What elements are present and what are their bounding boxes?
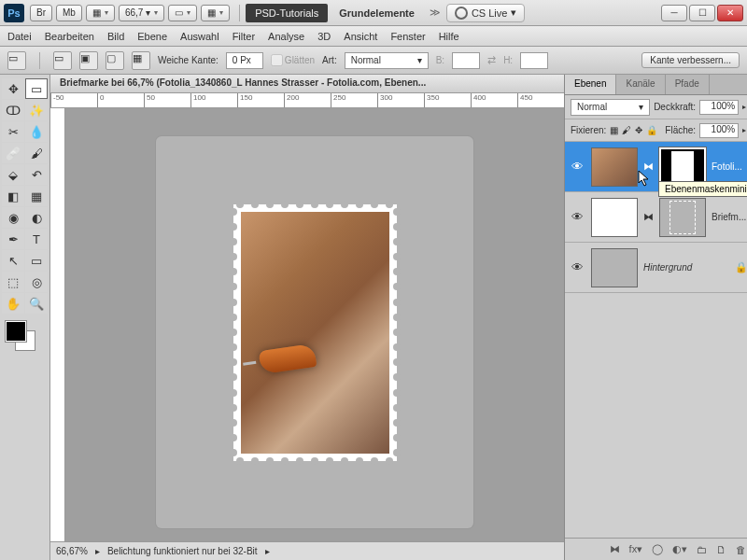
minibridge-button[interactable]: Mb xyxy=(56,5,82,21)
mask-link-icon[interactable]: ⧓ xyxy=(643,161,654,173)
layer-row[interactable]: 👁 ⧓ Fotoli... Ebenenmaskenminiatur xyxy=(565,142,747,192)
layer-name[interactable]: Briefm... xyxy=(712,212,747,222)
gradient-tool[interactable]: ▦ xyxy=(25,186,48,206)
status-zoom[interactable]: 66,67% xyxy=(56,546,88,556)
minimize-button[interactable]: ─ xyxy=(661,5,687,21)
layer-name[interactable]: Fotoli... xyxy=(712,161,747,172)
layer-row[interactable]: 👁 ⧓ Briefm... xyxy=(565,192,747,243)
toolbox: ✥ ▭ ↀ ✨ ✂ 💧 🩹 🖌 ⬙ ↶ ◧ ▦ ◉ ◐ ✒ T ↖ ▭ ⬚ ◎ … xyxy=(0,75,50,560)
screen-mode-button[interactable]: ▭ xyxy=(168,5,197,21)
move-tool[interactable]: ✥ xyxy=(2,78,24,99)
add-mask-icon[interactable]: ◯ xyxy=(652,543,663,555)
menu-fenster[interactable]: Fenster xyxy=(390,31,425,42)
delete-layer-icon[interactable]: 🗑 xyxy=(736,544,746,555)
new-layer-icon[interactable]: 🗋 xyxy=(716,544,726,555)
foreground-swatch[interactable] xyxy=(6,321,26,342)
3d-tool[interactable]: ⬚ xyxy=(2,272,24,292)
menu-3d[interactable]: 3D xyxy=(317,31,331,42)
color-swatches[interactable] xyxy=(2,321,48,351)
mask-link-icon[interactable]: ⧓ xyxy=(643,211,654,223)
canvas[interactable] xyxy=(65,108,564,541)
menu-hilfe[interactable]: Hilfe xyxy=(439,31,459,42)
layer-row[interactable]: 👁 Hintergrund 🔒 xyxy=(565,243,747,293)
3d-camera-tool[interactable]: ◎ xyxy=(25,272,48,292)
opacity-input[interactable]: 100% xyxy=(699,100,739,115)
zoom-level-dropdown[interactable]: 66,7 ▾ xyxy=(119,5,164,21)
crop-tool[interactable]: ✂ xyxy=(2,121,24,142)
visibility-toggle[interactable]: 👁 xyxy=(569,210,585,224)
layer-mask-thumbnail[interactable] xyxy=(659,198,706,237)
new-group-icon[interactable]: 🗀 xyxy=(697,544,707,555)
marquee-intersect-icon[interactable]: ▦ xyxy=(132,51,150,70)
menu-ebene[interactable]: Ebene xyxy=(137,31,167,42)
title-bar: Ps Br Mb ▦ 66,7 ▾ ▭ ▦ PSD-Tutorials Grun… xyxy=(0,0,747,26)
document-tab[interactable]: Briefmarke bei 66,7% (Fotolia_1340860_L … xyxy=(50,75,564,93)
menu-bar: Datei Bearbeiten Bild Ebene Auswahl Filt… xyxy=(0,26,747,47)
menu-bild[interactable]: Bild xyxy=(107,31,124,42)
eraser-tool[interactable]: ◧ xyxy=(2,186,24,206)
lock-position-icon[interactable]: ✥ xyxy=(635,125,642,135)
visibility-toggle[interactable]: 👁 xyxy=(569,160,585,174)
ruler-vertical xyxy=(50,108,65,541)
lock-pixels-icon[interactable]: 🖌 xyxy=(622,125,631,135)
layer-thumbnail[interactable] xyxy=(591,198,638,237)
dodge-tool[interactable]: ◐ xyxy=(25,207,48,228)
marquee-tool[interactable]: ▭ xyxy=(25,78,48,99)
adjustment-layer-icon[interactable]: ◐▾ xyxy=(672,543,687,555)
path-select-tool[interactable]: ↖ xyxy=(2,250,24,271)
blur-tool[interactable]: ◉ xyxy=(2,207,24,228)
swap-dim-icon: ⇄ xyxy=(487,54,496,66)
refine-edge-button[interactable]: Kante verbessern... xyxy=(641,52,740,68)
lock-all-icon[interactable]: 🔒 xyxy=(646,125,657,135)
tab-pfade[interactable]: Pfade xyxy=(666,75,710,94)
feather-input[interactable]: 0 Px xyxy=(226,52,263,69)
tab-ebenen[interactable]: Ebenen xyxy=(565,75,616,94)
menu-filter[interactable]: Filter xyxy=(233,31,255,42)
lock-icon: 🔒 xyxy=(735,261,747,273)
layer-name[interactable]: Hintergrund xyxy=(643,262,729,273)
pen-tool[interactable]: ✒ xyxy=(2,229,24,249)
marquee-rect-icon[interactable]: ▭ xyxy=(53,51,72,70)
stamp-tool[interactable]: ⬙ xyxy=(2,164,24,185)
menu-datei[interactable]: Datei xyxy=(7,31,32,42)
workspace-tab-grundelemente[interactable]: Grundelemente xyxy=(330,4,424,22)
layer-thumbnail[interactable] xyxy=(591,248,638,287)
lock-transparent-icon[interactable]: ▦ xyxy=(610,125,618,135)
height-label: H: xyxy=(503,55,513,65)
brush-tool[interactable]: 🖌 xyxy=(25,143,48,163)
cs-live-button[interactable]: CS Live▾ xyxy=(446,4,526,22)
maximize-button[interactable]: ☐ xyxy=(689,5,715,21)
link-layers-icon[interactable]: ⧓ xyxy=(610,543,620,555)
healing-tool[interactable]: 🩹 xyxy=(2,143,24,163)
lasso-tool[interactable]: ↀ xyxy=(2,100,24,120)
shape-tool[interactable]: ▭ xyxy=(25,250,48,271)
type-tool[interactable]: T xyxy=(25,229,48,249)
view-arrange-button[interactable]: ▦ xyxy=(86,5,115,21)
marquee-subtract-icon[interactable]: ▢ xyxy=(106,51,124,70)
hand-tool[interactable]: ✋ xyxy=(2,293,24,314)
tab-kanaele[interactable]: Kanäle xyxy=(616,75,665,94)
blend-mode-dropdown[interactable]: Normal▾ xyxy=(571,99,650,116)
tool-preset-icon[interactable]: ▭ xyxy=(7,51,26,70)
zoom-tool[interactable]: 🔍 xyxy=(25,293,48,314)
workspace-tab-psd-tutorials[interactable]: PSD-Tutorials xyxy=(246,4,328,22)
close-button[interactable]: ✕ xyxy=(717,5,743,21)
layer-style-icon[interactable]: fx▾ xyxy=(629,543,643,555)
menu-analyse[interactable]: Analyse xyxy=(268,31,304,42)
menu-auswahl[interactable]: Auswahl xyxy=(180,31,219,42)
extras-button[interactable]: ▦ xyxy=(201,5,230,21)
history-brush-tool[interactable]: ↶ xyxy=(25,164,48,185)
visibility-toggle[interactable]: 👁 xyxy=(569,260,585,274)
layer-thumbnail[interactable] xyxy=(591,147,638,187)
more-workspaces-icon[interactable]: ≫ xyxy=(430,7,441,19)
bridge-button[interactable]: Br xyxy=(30,5,52,21)
eyedropper-tool[interactable]: 💧 xyxy=(25,121,48,142)
cursor-icon xyxy=(638,170,653,189)
style-dropdown[interactable]: Normal▾ xyxy=(345,52,429,69)
marquee-add-icon[interactable]: ▣ xyxy=(79,51,98,70)
fill-input[interactable]: 100% xyxy=(699,123,739,138)
menu-ansicht[interactable]: Ansicht xyxy=(344,31,377,42)
menu-bearbeiten[interactable]: Bearbeiten xyxy=(45,31,94,42)
tooltip: Ebenenmaskenminiatur xyxy=(658,181,747,197)
magic-wand-tool[interactable]: ✨ xyxy=(25,100,48,120)
